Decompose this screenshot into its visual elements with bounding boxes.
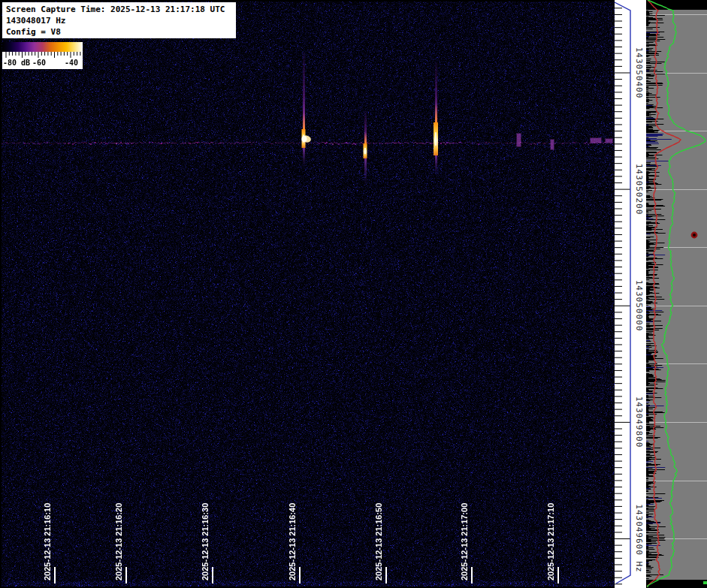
frequency-value: 143049800	[634, 397, 644, 448]
color-scale-labels: -80 dB -60 -40	[2, 59, 83, 68]
frequency-axis-label: 143049600 Hz	[634, 504, 644, 572]
frequency-unit: Hz	[634, 556, 644, 573]
frequency-ruler: 1430504001430502001430500001430498001430…	[615, 0, 646, 588]
capture-info-box: Screen Capture Time: 2025-12-13 21:17:18…	[2, 2, 236, 38]
config-text: Config = V8	[6, 26, 236, 38]
amplitude-color-scale: -80 dB -60 -40	[2, 42, 83, 69]
frequency-axis-label: 143050000	[634, 280, 644, 332]
color-gradient-bar	[2, 42, 83, 52]
color-scale-ruler	[2, 52, 83, 59]
spectrum-capture-window: Screen Capture Time: 2025-12-13 21:17:18…	[0, 0, 707, 588]
waterfall-display	[2, 2, 615, 586]
db-label-40: -40	[65, 59, 78, 67]
frequency-axis-label: 143050200	[634, 164, 644, 216]
frequency-axis-label: 143049800	[634, 397, 644, 448]
db-label-60: -60	[32, 59, 46, 67]
frequency-axis-label: 143050400	[634, 47, 644, 99]
frequency-value: 143050400	[634, 47, 644, 99]
frequency-value: 143049600	[634, 504, 644, 556]
db-label-80: -80 dB	[3, 59, 30, 67]
frequency-value: 143050000	[634, 280, 644, 332]
center-frequency-text: 143048017 Hz	[6, 15, 236, 26]
spectrum-graph-panel	[646, 0, 707, 588]
capture-time-text: Screen Capture Time: 2025-12-13 21:17:18…	[6, 4, 236, 15]
frequency-value: 143050200	[634, 164, 644, 216]
